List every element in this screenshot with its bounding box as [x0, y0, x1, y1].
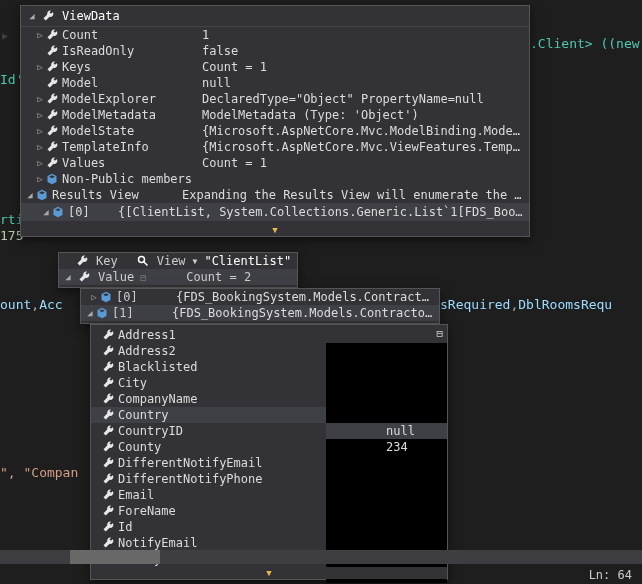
- expand-caret[interactable]: ◢: [27, 11, 37, 21]
- wrench-icon: [41, 9, 55, 23]
- property-value: false: [202, 44, 525, 58]
- property-name: County: [118, 440, 258, 454]
- expand-caret[interactable]: ◢: [41, 207, 51, 217]
- wrench-icon: [45, 60, 59, 74]
- horizontal-scrollbar[interactable]: [0, 550, 642, 564]
- list-item[interactable]: ◢ [1] {FDS_BookingSystem.Models.Contract…: [81, 305, 439, 321]
- wrench-icon: [101, 424, 115, 438]
- property-row[interactable]: ▷ ModelState {Microsoft.AspNetCore.Mvc.M…: [21, 123, 529, 139]
- wrench-icon: [45, 76, 59, 90]
- property-row[interactable]: ▷ TemplateInfo {Microsoft.AspNetCore.Mvc…: [21, 139, 529, 155]
- property-name: DifferentNotifyPhone: [118, 472, 263, 486]
- debugger-tooltip-client: ⊟ Address1Address2BlacklistedCityCompany…: [90, 324, 448, 580]
- property-name: Address2: [118, 344, 258, 358]
- expand-more-indicator[interactable]: ▼: [21, 224, 529, 236]
- wrench-icon: [45, 140, 59, 154]
- expand-caret[interactable]: ◢: [85, 308, 95, 318]
- property-row[interactable]: Address1: [91, 327, 447, 343]
- wrench-icon: [101, 536, 115, 550]
- key-value: "ClientList": [204, 254, 291, 268]
- wrench-icon: [101, 472, 115, 486]
- expand-caret[interactable]: ▷: [35, 94, 45, 104]
- property-name: NotifyEmail: [118, 536, 258, 550]
- code-fragment: sRequired,DblRoomsRequ: [440, 297, 612, 312]
- wrench-icon: [45, 44, 59, 58]
- property-row[interactable]: ◢ [0] {[ClientList, System.Collections.G…: [21, 203, 529, 221]
- expand-caret[interactable]: ▷: [35, 30, 45, 40]
- wrench-icon: [45, 108, 59, 122]
- property-name: Non-Public members: [62, 172, 202, 186]
- property-value: null: [202, 76, 525, 90]
- expand-caret[interactable]: ▷: [35, 174, 45, 184]
- debugger-tooltip-viewdata: ◢ ViewData ▷ Count 1 IsReadOnly false ▷ …: [20, 5, 530, 237]
- property-name: Address1: [118, 328, 258, 342]
- panel-title-row: ◢ ViewData: [21, 6, 529, 27]
- expand-caret[interactable]: ▷: [35, 110, 45, 120]
- property-row[interactable]: ▷ Values Count = 1: [21, 155, 529, 171]
- wrench-icon: [101, 408, 115, 422]
- wrench-icon: [101, 328, 115, 342]
- status-line-number: Ln: 64: [589, 568, 632, 582]
- expand-caret[interactable]: ▷: [35, 126, 45, 136]
- wrench-icon: [101, 344, 115, 358]
- property-name: Model: [62, 76, 202, 90]
- view-label: View: [157, 254, 186, 268]
- magnifier-icon[interactable]: [136, 254, 150, 268]
- expand-caret[interactable]: ▷: [35, 142, 45, 152]
- key-row[interactable]: Key View ▼ "ClientList": [59, 253, 297, 269]
- property-row[interactable]: ▷ ModelExplorer DeclaredType="Object" Pr…: [21, 91, 529, 107]
- wrench-icon: [77, 270, 91, 284]
- property-value: {[ClientList, System.Collections.Generic…: [118, 205, 525, 219]
- property-name: Values: [62, 156, 202, 170]
- list-item[interactable]: ▷ [0] {FDS_BookingSystem.Models.Contract…: [81, 289, 439, 305]
- pin-small-icon[interactable]: ⊟: [140, 272, 146, 283]
- value-row[interactable]: ◢ Value ⊟ Count = 2: [59, 269, 297, 285]
- property-name: CompanyName: [118, 392, 258, 406]
- expand-caret[interactable]: ◢: [63, 272, 73, 282]
- property-row[interactable]: ▷ Count 1: [21, 27, 529, 43]
- wrench-icon: [101, 456, 115, 470]
- property-value: 1: [202, 28, 525, 42]
- wrench-icon: [45, 92, 59, 106]
- wrench-icon: [101, 504, 115, 518]
- property-name: Blacklisted: [118, 360, 258, 374]
- dropdown-arrow-icon[interactable]: ▼: [193, 257, 198, 266]
- panel-title: ViewData: [62, 9, 120, 23]
- property-row[interactable]: ▷ ModelMetadata ModelMetadata (Type: 'Ob…: [21, 107, 529, 123]
- item-value: {FDS_BookingSystem.Models.Contractors.Cl…: [176, 290, 435, 304]
- property-name: City: [118, 376, 258, 390]
- property-value: DeclaredType="Object" PropertyName=null: [202, 92, 525, 106]
- property-row[interactable]: Model null: [21, 75, 529, 91]
- property-name: Id: [118, 520, 258, 534]
- property-row[interactable]: ▷ Keys Count = 1: [21, 59, 529, 75]
- pin-icon[interactable]: ⊟: [436, 327, 443, 340]
- property-name: ModelState: [62, 124, 202, 138]
- expand-caret[interactable]: ▷: [35, 62, 45, 72]
- wrench-icon: [45, 28, 59, 42]
- wrench-icon: [101, 376, 115, 390]
- property-name: Keys: [62, 60, 202, 74]
- expand-caret[interactable]: ◢: [25, 190, 35, 200]
- svg-point-0: [138, 257, 144, 263]
- property-name: TemplateInfo: [62, 140, 202, 154]
- property-value: Expanding the Results View will enumerat…: [182, 188, 525, 202]
- property-value: {Microsoft.AspNetCore.Mvc.ModelBinding.M…: [202, 124, 525, 138]
- property-name: Results View: [52, 188, 182, 202]
- expand-more-indicator[interactable]: ▼: [91, 567, 447, 579]
- cube-icon: [51, 205, 65, 219]
- property-row[interactable]: IsReadOnly false: [21, 43, 529, 59]
- gutter-chevron-icon: ▶: [2, 30, 8, 41]
- value-count: Count = 2: [186, 270, 251, 284]
- property-name: IsReadOnly: [62, 44, 202, 58]
- property-value: Count = 1: [202, 60, 525, 74]
- wrench-icon: [101, 360, 115, 374]
- svg-line-1: [143, 262, 147, 266]
- debugger-tooltip-items: ▷ [0] {FDS_BookingSystem.Models.Contract…: [80, 288, 440, 324]
- property-row[interactable]: ◢ Results View Expanding the Results Vie…: [21, 187, 529, 203]
- property-row[interactable]: ▷ Non-Public members: [21, 171, 529, 187]
- scrollbar-thumb[interactable]: [70, 550, 160, 564]
- key-label: Key: [96, 254, 118, 268]
- expand-caret[interactable]: ▷: [89, 292, 99, 302]
- expand-caret[interactable]: ▷: [35, 158, 45, 168]
- property-name: ModelMetadata: [62, 108, 202, 122]
